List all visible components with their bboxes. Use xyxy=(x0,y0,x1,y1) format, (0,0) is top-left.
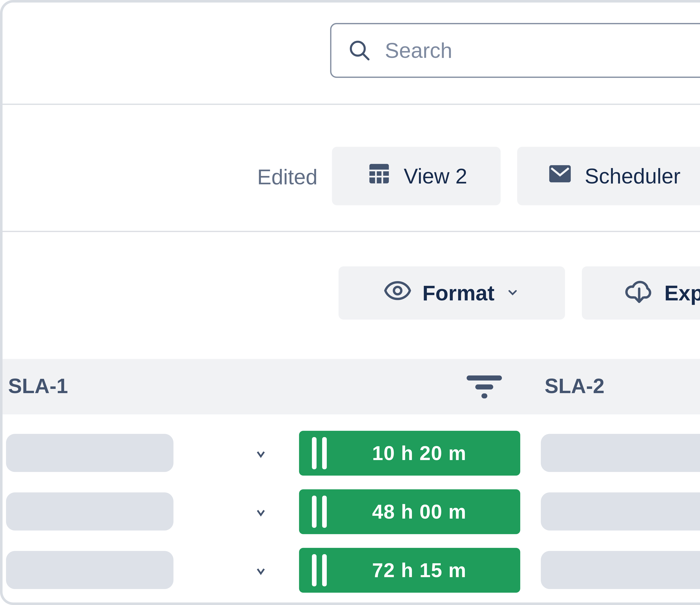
chevron-down-icon[interactable] xyxy=(251,561,271,581)
scheduler-label: Scheduler xyxy=(585,164,680,188)
search-box[interactable] xyxy=(330,23,700,78)
eye-icon xyxy=(383,276,412,310)
header-divider xyxy=(2,104,700,105)
scheduler-button[interactable]: Scheduler xyxy=(517,147,700,205)
format-button[interactable]: Format xyxy=(339,266,565,320)
view-2-label: View 2 xyxy=(404,164,467,188)
placeholder-pill xyxy=(541,551,700,589)
placeholder-pill xyxy=(6,434,173,472)
placeholder-pill xyxy=(541,492,700,531)
table-grid-icon xyxy=(366,160,393,192)
column-header-sla1: SLA-1 xyxy=(8,374,68,398)
placeholder-pill xyxy=(541,434,700,472)
placeholder-pill xyxy=(6,492,173,531)
pause-icon xyxy=(312,554,327,586)
sla1-time-value: 48 h 00 m xyxy=(327,500,520,523)
chevron-down-icon[interactable] xyxy=(251,503,271,522)
mail-icon xyxy=(546,160,574,192)
cloud-download-icon xyxy=(624,275,654,311)
chevron-down-icon xyxy=(504,281,521,305)
placeholder-pill xyxy=(6,551,173,589)
search-icon xyxy=(347,38,372,63)
sla1-timer-badge[interactable]: 10 h 20 m xyxy=(299,431,520,476)
pause-icon xyxy=(312,437,327,469)
view-2-button[interactable]: View 2 xyxy=(332,147,501,205)
export-button[interactable]: Export xyxy=(582,266,700,320)
app-card: 9+ ? Edited View 2 xyxy=(0,0,700,605)
chevron-down-icon[interactable] xyxy=(251,444,271,464)
sla1-timer-badge[interactable]: 48 h 00 m xyxy=(299,489,520,534)
sla1-time-value: 10 h 20 m xyxy=(327,442,520,465)
export-label: Export xyxy=(664,281,700,305)
column-header-sla2: SLA-2 xyxy=(545,374,604,398)
toolbar-divider xyxy=(2,231,700,232)
sla1-filter-icon[interactable] xyxy=(467,376,502,398)
format-label: Format xyxy=(422,281,495,305)
sla1-time-value: 72 h 15 m xyxy=(327,559,520,582)
sla1-timer-badge[interactable]: 72 h 15 m xyxy=(299,548,520,593)
table-header: SLA-1 SLA-2 xyxy=(2,359,700,414)
pause-icon xyxy=(312,495,327,528)
edited-status-label: Edited xyxy=(239,165,318,189)
search-input[interactable] xyxy=(385,38,700,63)
